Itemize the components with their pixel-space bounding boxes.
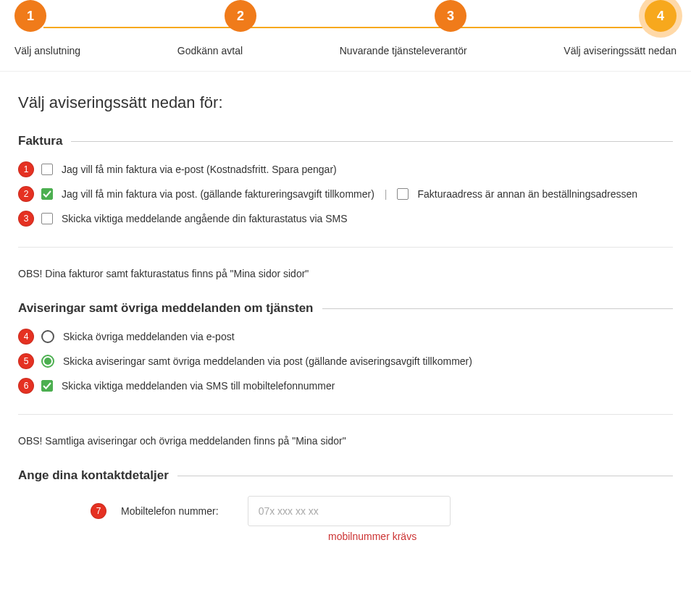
- section-heading-avisering: Aviseringar samt övriga meddelanden om t…: [18, 301, 673, 316]
- step-circle-1: 1: [14, 0, 46, 32]
- label-sms-other: Skicka viktiga meddelanden via SMS till …: [62, 380, 335, 392]
- option-row-post-invoice: 2 Jag vill få min faktura via post. (gäl…: [18, 186, 673, 202]
- annotation-marker-1: 1: [18, 161, 34, 177]
- divider-line: [177, 476, 673, 476]
- label-email-other: Skicka övriga meddelanden via e-post: [63, 331, 235, 342]
- progress-stepper: 1 2 3 4 Välj anslutning Godkänn avtal Nu…: [0, 0, 691, 56]
- step-label-1: Välj anslutning: [14, 45, 80, 56]
- option-row-post-other: 5 Skicka aviseringar samt övriga meddela…: [18, 353, 673, 369]
- divider-line: [71, 141, 673, 142]
- note-faktura: OBS! Dina fakturor samt fakturastatus fi…: [18, 247, 673, 279]
- annotation-marker-4: 4: [18, 329, 34, 345]
- step-2: 2: [225, 0, 256, 32]
- annotation-marker-6: 6: [18, 378, 34, 394]
- option-row-sms-other: 6 Skicka viktiga meddelanden via SMS til…: [18, 378, 673, 394]
- label-post-other: Skicka aviseringar samt övriga meddeland…: [63, 355, 472, 367]
- checkbox-sms-other[interactable]: [41, 380, 53, 392]
- page-title: Välj aviseringssätt nedan för:: [18, 93, 673, 112]
- label-mobile-number: Mobiltelefon nummer:: [121, 505, 219, 517]
- step-circle-3: 3: [435, 0, 466, 32]
- step-circle-2: 2: [225, 0, 256, 32]
- step-1: 1: [14, 0, 46, 32]
- input-mobile-number[interactable]: [248, 496, 451, 526]
- divider-line: [322, 308, 674, 309]
- label-post-invoice: Jag vill få min faktura via post. (gälla…: [62, 188, 374, 200]
- contact-row-mobile: 7 Mobiltelefon nummer:: [91, 496, 673, 526]
- label-sms-invoice: Skicka viktiga meddelande angående din f…: [62, 213, 348, 224]
- option-row-sms-invoice: 3 Skicka viktiga meddelande angående din…: [18, 211, 673, 227]
- main-panel: Välj aviseringssätt nedan för: Faktura 1…: [0, 71, 691, 564]
- checkbox-email-invoice[interactable]: [41, 164, 53, 175]
- step-label-4: Välj aviseringssätt nedan: [564, 45, 677, 56]
- section-heading-contact: Ange dina kontaktdetaljer: [18, 468, 673, 483]
- option-row-email-other: 4 Skicka övriga meddelanden via e-post: [18, 329, 673, 345]
- checkbox-post-invoice[interactable]: [41, 188, 53, 200]
- check-icon: [43, 190, 51, 198]
- annotation-marker-2: 2: [18, 186, 34, 202]
- step-4: 4: [645, 0, 677, 32]
- annotation-marker-5: 5: [18, 353, 34, 369]
- radio-email-other[interactable]: [41, 330, 54, 343]
- checkbox-diff-address[interactable]: [397, 188, 409, 200]
- section-heading-avisering-text: Aviseringar samt övriga meddelanden om t…: [18, 301, 314, 316]
- section-heading-faktura: Faktura: [18, 134, 673, 148]
- label-email-invoice: Jag vill få min faktura via e-post (Kost…: [62, 164, 337, 175]
- pipe-divider: |: [385, 188, 388, 200]
- annotation-marker-3: 3: [18, 211, 34, 227]
- step-label-2: Godkänn avtal: [177, 45, 243, 56]
- step-circle-4: 4: [645, 0, 677, 32]
- annotation-marker-7: 7: [91, 503, 106, 519]
- check-icon: [43, 381, 51, 390]
- option-row-email-invoice: 1 Jag vill få min faktura via e-post (Ko…: [18, 161, 673, 177]
- step-label-3: Nuvarande tjänsteleverantör: [340, 45, 467, 56]
- error-mobile-required: mobilnummer krävs: [328, 531, 673, 542]
- step-circle-4-halo: 4: [639, 0, 682, 38]
- note-avisering: OBS! Samtliga aviseringar och övriga med…: [18, 414, 673, 447]
- label-diff-address: Fakturaadress är annan än beställningsad…: [417, 188, 637, 200]
- section-heading-faktura-text: Faktura: [18, 134, 62, 148]
- checkbox-sms-invoice[interactable]: [41, 213, 53, 224]
- step-3: 3: [435, 0, 466, 32]
- section-heading-contact-text: Ange dina kontaktdetaljer: [18, 468, 169, 483]
- radio-post-other[interactable]: [41, 355, 54, 368]
